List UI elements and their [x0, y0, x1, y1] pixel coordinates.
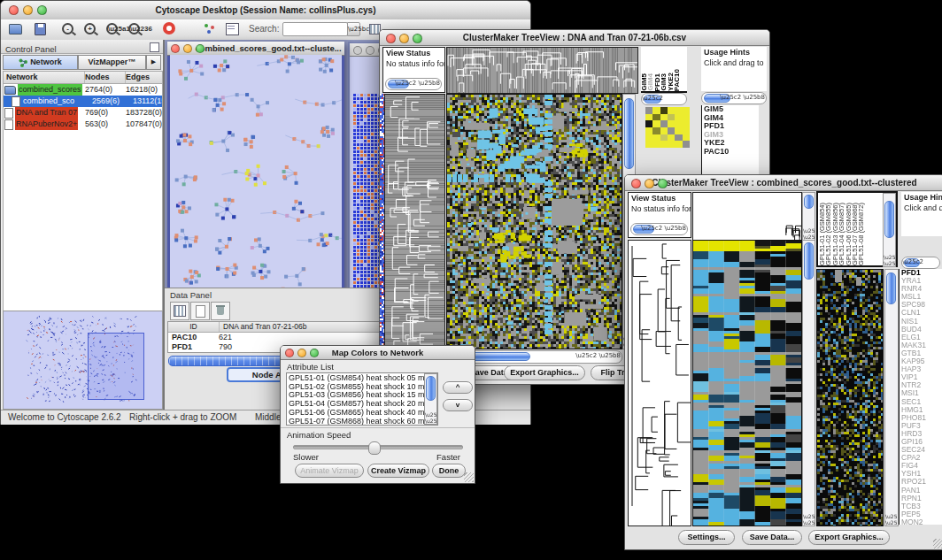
tv1-row-dendrogram[interactable] — [384, 94, 445, 349]
vizmapper-nodes-icon[interactable] — [203, 22, 218, 36]
tv2-column-labels-vscrollbar[interactable]: \u25b4\u25be — [883, 193, 896, 267]
minimize-button[interactable] — [297, 349, 306, 357]
tv2-global-heatmap[interactable] — [816, 269, 884, 526]
search-dropdown-arrow-icon[interactable]: \u25bc — [347, 22, 360, 36]
minimize-button[interactable] — [645, 179, 654, 188]
float-panel-icon[interactable] — [150, 42, 159, 52]
document-icon — [4, 108, 13, 119]
overview-viewport-rect[interactable] — [88, 333, 144, 400]
minimize-button[interactable] — [366, 46, 374, 55]
close-button[interactable] — [171, 44, 180, 53]
zoom-button[interactable] — [37, 5, 47, 15]
move-down-button[interactable]: v — [443, 399, 473, 411]
tv1-usage-hscrollbar[interactable]: \u25c2 \u25b8 — [701, 92, 767, 104]
tv2-settings-button[interactable]: Settings... — [678, 530, 735, 545]
treeview1-title: ClusterMaker TreeView : DNA and Tran 07-… — [463, 33, 686, 42]
network-overview-panel[interactable] — [3, 311, 163, 410]
annotation-window-icon[interactable] — [225, 22, 240, 36]
tv2-save-data-button[interactable]: Save Data... — [742, 530, 802, 545]
tv2-heatmap-vscrollbar[interactable]: \u25b4\u25be — [802, 240, 815, 526]
done-button[interactable]: Done — [432, 464, 466, 478]
treeview2-window: ClusterMaker TreeView : combined_scores_… — [624, 174, 942, 550]
zoom-button[interactable] — [658, 179, 668, 188]
attribute-list-item[interactable]: GPL51-07 (GSM868) heat shock 60 min — [289, 418, 436, 426]
map-colors-dialog: Map Colors to Network Attribute List GPL… — [280, 345, 475, 484]
tab-more-button[interactable]: ▶ — [146, 55, 161, 70]
tv2-gene-labels: PFD1YRA1RNR4MSL1SPC98CLN1NIS1BUD4ELG1MAK… — [899, 269, 942, 525]
control-panel: Control Panel Network VizMapper™ ▶ Netwo… — [1, 40, 165, 410]
col-header-edges[interactable]: Edges — [126, 72, 162, 83]
desktop: { "colors": { "accent_blue": "#3170d6", … — [0, 0, 942, 560]
tv1-export-graphics-button[interactable]: Export Graphics... — [504, 365, 585, 380]
control-panel-title: Control Panel — [1, 44, 57, 54]
network-table-row[interactable]: combined_sco2569(6)13112(15) — [4, 96, 162, 107]
zoom-selected-icon[interactable]: \u2236 — [127, 22, 143, 36]
faster-label: Faster — [436, 452, 460, 462]
tv1-column-label[interactable]: PAC10 — [674, 69, 680, 91]
tv2-view-status-hscrollbar[interactable]: \u25c2 \u25b8 — [630, 223, 688, 235]
tv2-column-labels-panel: GPL51-01 (GSM854)GPL51-02 (GSM855)GPL51-… — [816, 191, 898, 267]
network1-canvas[interactable] — [170, 55, 342, 320]
network-table-row[interactable]: RNAPuberNov2+563(0)107847(0) — [4, 119, 162, 130]
tv1-view-status-hscrollbar[interactable]: \u25c2 \u25b8 — [385, 78, 442, 90]
slower-label: Slower — [293, 452, 319, 462]
search-input[interactable] — [282, 22, 348, 36]
zoom-fit-icon[interactable]: \u25a1 — [105, 22, 120, 36]
resize-grip[interactable] — [933, 539, 942, 548]
tv2-column-label[interactable]: GPL51-08 (GSM872) — [858, 203, 864, 265]
network-icon — [19, 58, 27, 67]
tv2-heatmap[interactable] — [692, 240, 802, 526]
zoom-in-icon[interactable]: + — [83, 22, 98, 36]
delete-attribute-trash-icon[interactable] — [211, 302, 230, 320]
tv1-labels-hscrollbar[interactable]: \u25c2 \u25b8 — [641, 93, 687, 105]
tv2-global-vscrollbar[interactable]: \u25b4\u25be — [884, 269, 899, 526]
tv1-heatmap[interactable] — [446, 94, 622, 349]
close-button[interactable] — [386, 34, 396, 43]
zoom-button[interactable] — [413, 34, 422, 43]
minimize-button[interactable] — [399, 34, 409, 43]
tv2-gene-label[interactable]: MON2 — [901, 518, 942, 525]
save-icon[interactable] — [33, 22, 48, 36]
slider-thumb[interactable] — [368, 441, 381, 455]
resize-grip[interactable] — [464, 472, 474, 482]
tab-vizmapper[interactable]: VizMapper™ — [78, 55, 146, 70]
col-header-nodes[interactable]: Nodes — [85, 72, 126, 83]
tv1-row-label[interactable]: PAC10 — [704, 148, 759, 157]
tv2-export-graphics-button[interactable]: Export Graphics... — [808, 530, 890, 545]
tv2-column-dendrogram[interactable] — [692, 192, 802, 241]
document-icon — [12, 96, 20, 107]
col-header-network[interactable]: Network — [4, 72, 85, 83]
zoom-button[interactable] — [196, 44, 205, 53]
network-table-row[interactable]: combined_scores2764(0)16218(0) — [4, 84, 162, 96]
network-table-row[interactable]: DNA and Tran 07769(0)183728(0) — [4, 107, 162, 119]
create-vizmap-button[interactable]: Create Vizmap — [367, 464, 429, 478]
move-up-button[interactable]: ^ — [443, 381, 473, 394]
tab-network[interactable]: Network — [3, 55, 78, 70]
open-file-icon[interactable] — [8, 22, 23, 36]
minimize-button[interactable] — [183, 44, 192, 53]
document-icon — [4, 119, 13, 130]
zoom-out-icon[interactable]: - — [61, 22, 76, 36]
data-panel-title: Data Panel — [170, 290, 212, 300]
close-button[interactable] — [285, 349, 294, 357]
search-label: Search: — [249, 24, 279, 34]
attribute-listbox: GPL51-01 (GSM854) heat shock 05 minGPL51… — [286, 372, 438, 426]
tv2-top-vscrollbar[interactable]: \u25b4\u25be — [802, 192, 815, 241]
tv1-column-dendrogram[interactable] — [446, 47, 638, 94]
data-col-id[interactable]: ID — [168, 322, 220, 332]
zoom-button[interactable] — [310, 349, 319, 357]
animation-speed-slider[interactable] — [293, 445, 463, 449]
network2-canvas[interactable] — [353, 94, 380, 312]
animate-vizmap-button[interactable]: Animate Vizmap — [295, 464, 364, 478]
minimize-button[interactable] — [23, 5, 33, 15]
attribute-list-vscrollbar[interactable]: \u25b4\u25be — [424, 373, 437, 425]
tv2-usage-hscrollbar[interactable]: \u25c2 \u25b8 — [901, 257, 940, 269]
new-attribute-icon[interactable] — [190, 302, 210, 320]
close-button[interactable] — [353, 46, 362, 55]
tv1-global-matrix[interactable] — [645, 107, 690, 148]
close-button[interactable] — [9, 5, 19, 15]
tv2-row-dendrogram[interactable] — [628, 240, 691, 526]
help-lifesaver-icon[interactable] — [163, 22, 175, 35]
close-button[interactable] — [631, 179, 641, 188]
table-mode-icon[interactable] — [170, 302, 189, 320]
